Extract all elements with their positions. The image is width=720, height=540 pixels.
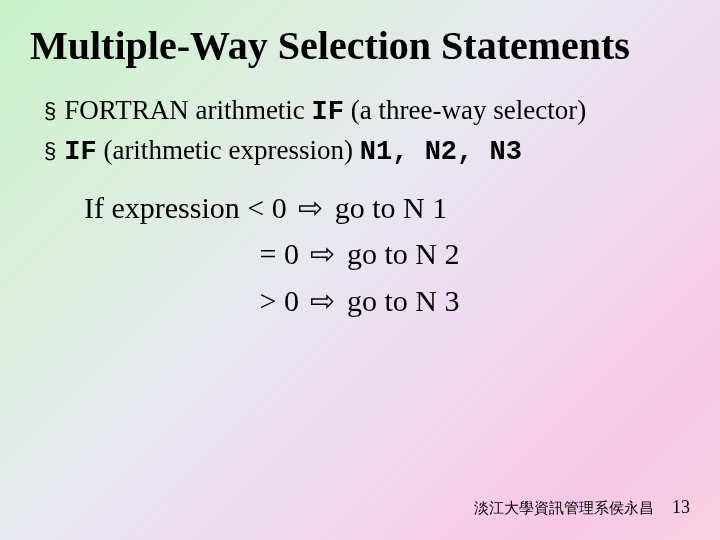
slide: Multiple-Way Selection Statements § FORT…: [0, 0, 720, 540]
explain-row-3: > 0 ⇨ go to N 3: [84, 278, 690, 325]
explain-row-2: = 0 ⇨ go to N 2: [84, 231, 690, 278]
explain-target: go to N 3: [347, 278, 460, 325]
explanation-block: If expression < 0 ⇨ go to N 1 = 0 ⇨ go t…: [84, 185, 690, 325]
bullet-item-2: § IF (arithmetic expression) N1, N2, N3: [44, 132, 690, 170]
code-if: IF: [64, 137, 96, 167]
bullet-marker: §: [44, 96, 56, 130]
code-if: IF: [312, 97, 344, 127]
arrow-icon: ⇨: [310, 278, 335, 325]
bullet-marker: §: [44, 136, 56, 170]
footer-org: 淡江大學資訊管理系侯永昌: [474, 500, 654, 516]
text-post: (a three-way selector): [344, 95, 586, 125]
explain-target: go to N 1: [335, 185, 448, 232]
page-number: 13: [672, 497, 690, 517]
bullet-item-1: § FORTRAN arithmetic IF (a three-way sel…: [44, 92, 690, 130]
arrow-icon: ⇨: [298, 185, 323, 232]
bullet-text: IF (arithmetic expression) N1, N2, N3: [64, 132, 690, 170]
explain-target: go to N 2: [347, 231, 460, 278]
explain-cond: > 0: [260, 278, 299, 325]
text-pre: FORTRAN arithmetic: [64, 95, 311, 125]
explain-row-1: If expression < 0 ⇨ go to N 1: [84, 185, 690, 232]
bullet-text: FORTRAN arithmetic IF (a three-way selec…: [64, 92, 690, 130]
explain-lead: If expression: [84, 185, 240, 232]
text-mid: (arithmetic expression): [97, 135, 360, 165]
bullet-list: § FORTRAN arithmetic IF (a three-way sel…: [44, 92, 690, 171]
arrow-icon: ⇨: [310, 231, 335, 278]
explain-cond: < 0: [247, 185, 286, 232]
code-targets: N1, N2, N3: [360, 137, 522, 167]
footer: 淡江大學資訊管理系侯永昌 13: [474, 497, 690, 518]
page-title: Multiple-Way Selection Statements: [30, 24, 690, 68]
explain-cond: = 0: [260, 231, 299, 278]
